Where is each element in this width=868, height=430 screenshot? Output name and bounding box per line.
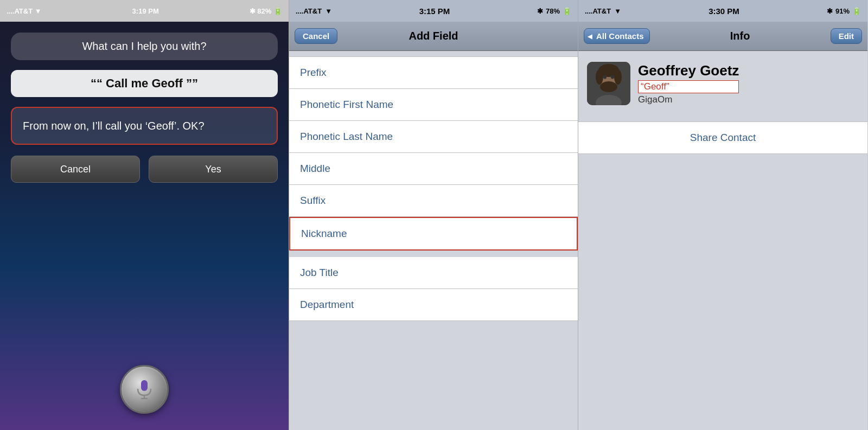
status-right: ✱ 82% 🔋 [250, 7, 282, 15]
battery-label: 82% [257, 7, 271, 15]
battery-icon: 🔋 [273, 7, 282, 15]
siri-response-bubble: From now on, I’ll call you ‘Geoff’. OK? [11, 107, 278, 145]
wifi-icon: ▼ [35, 7, 42, 15]
svg-point-7 [614, 69, 622, 85]
contact-name: Geoffrey Goetz [638, 62, 739, 79]
microphone-icon [132, 377, 156, 401]
siri-command-bubble: ““ Call me Geoff ”” [11, 70, 278, 97]
siri-phone: ....AT&T ▼ 3:19 PM ✱ 82% 🔋 What can I he… [0, 0, 289, 430]
time-label: 3:30 PM [709, 7, 739, 16]
add-field-nav-bar: Cancel Add Field [289, 22, 578, 51]
field-item-nickname[interactable]: Nickname [289, 217, 578, 251]
siri-mic-area [0, 365, 289, 414]
field-list: Prefix Phonetic First Name Phonetic Last… [289, 51, 578, 430]
svg-rect-0 [141, 380, 148, 391]
battery-icon: 🔋 [563, 7, 571, 15]
siri-button-group: Cancel Yes [11, 156, 278, 183]
siri-status-bar: ....AT&T ▼ 3:19 PM ✱ 82% 🔋 [0, 0, 289, 22]
field-section-divider [289, 251, 578, 257]
add-field-status-bar: ....AT&T ▼ 3:15 PM ✱ 78% 🔋 [289, 0, 578, 22]
share-contact-button[interactable]: Share Contact [578, 122, 867, 153]
status-right: ✱ 78% 🔋 [537, 7, 571, 15]
siri-cancel-button[interactable]: Cancel [11, 156, 140, 183]
status-right: ✱ 91% 🔋 [827, 7, 861, 15]
siri-response-text: From now on, I’ll call you ‘Geoff’. OK? [23, 120, 205, 132]
field-item-phonetic-first[interactable]: Phonetic First Name [289, 89, 578, 121]
battery-icon: 🔋 [852, 7, 861, 15]
siri-question-text: What can I help you with? [82, 40, 206, 52]
siri-mic-button[interactable] [120, 365, 169, 414]
carrier-label: ....AT&T [296, 7, 322, 15]
contact-nickname: “Geoff” [638, 80, 739, 93]
info-phone: ....AT&T ▼ 3:30 PM ✱ 91% 🔋 All Contacts … [578, 0, 867, 430]
siri-command-text: ““ Call me Geoff ”” [91, 76, 198, 90]
wifi-icon: ▼ [325, 7, 332, 15]
svg-point-10 [603, 75, 607, 79]
add-field-cancel-button[interactable]: Cancel [295, 28, 337, 44]
siri-question-bubble: What can I help you with? [11, 33, 278, 60]
bluetooth-icon: ✱ [537, 7, 543, 15]
field-item-department[interactable]: Department [289, 289, 578, 321]
svg-point-11 [611, 75, 614, 79]
info-status-bar: ....AT&T ▼ 3:30 PM ✱ 91% 🔋 [578, 0, 867, 22]
field-item-prefix[interactable]: Prefix [289, 56, 578, 89]
share-contact-section: Share Contact [578, 121, 867, 154]
battery-label: 78% [546, 7, 560, 15]
time-label: 3:15 PM [419, 7, 450, 16]
carrier-label: ....AT&T [7, 7, 33, 15]
field-item-job-title[interactable]: Job Title [289, 257, 578, 289]
battery-label: 91% [835, 7, 850, 15]
wifi-icon: ▼ [614, 7, 621, 15]
siri-screen: What can I help you with? ““ Call me Geo… [0, 22, 289, 430]
info-nav-title: Info [730, 30, 750, 42]
time-label: 3:19 PM [132, 7, 159, 15]
avatar [587, 62, 630, 105]
field-item-suffix[interactable]: Suffix [289, 185, 578, 217]
status-left: ....AT&T ▼ [585, 7, 621, 15]
field-item-phonetic-last[interactable]: Phonetic Last Name [289, 121, 578, 153]
info-screen: All Contacts Info Edit [578, 22, 867, 430]
contact-header: Geoffrey Goetz “Geoff” GigaOm [578, 51, 867, 116]
field-item-middle[interactable]: Middle [289, 153, 578, 185]
svg-point-8 [600, 81, 617, 92]
status-left: ....AT&T ▼ [7, 7, 42, 15]
bluetooth-icon: ✱ [250, 7, 256, 15]
all-contacts-back-button[interactable]: All Contacts [584, 28, 650, 44]
contact-company: GigaOm [638, 94, 739, 105]
carrier-label: ....AT&T [585, 7, 611, 15]
edit-button[interactable]: Edit [831, 28, 862, 44]
add-field-phone: ....AT&T ▼ 3:15 PM ✱ 78% 🔋 Cancel Add Fi… [289, 0, 578, 430]
bluetooth-icon: ✱ [827, 7, 833, 15]
info-nav-bar: All Contacts Info Edit [578, 22, 867, 51]
add-field-screen: Cancel Add Field Prefix Phonetic First N… [289, 22, 578, 430]
svg-point-6 [596, 69, 603, 85]
siri-yes-button[interactable]: Yes [149, 156, 278, 183]
add-field-title: Add Field [409, 30, 458, 42]
contact-info: Geoffrey Goetz “Geoff” GigaOm [638, 62, 739, 105]
status-left: ....AT&T ▼ [296, 7, 332, 15]
